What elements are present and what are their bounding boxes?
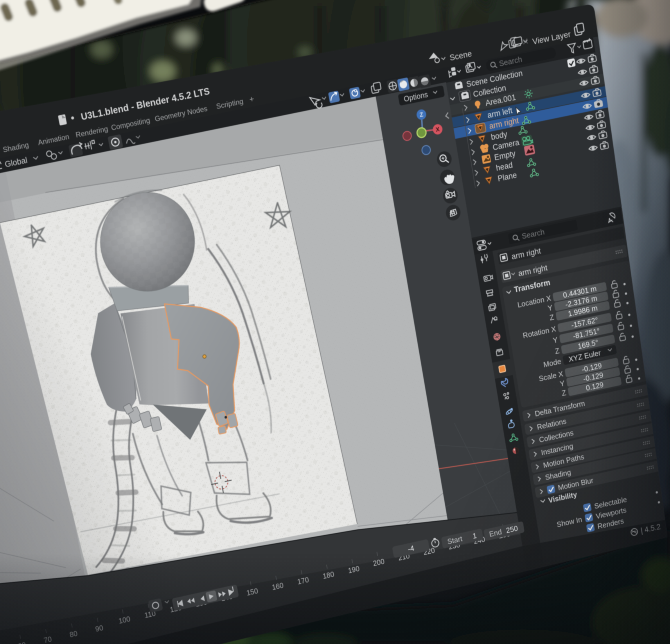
svg-text:70: 70 bbox=[43, 635, 52, 644]
svg-text:90: 90 bbox=[95, 624, 104, 633]
svg-text:80: 80 bbox=[69, 629, 78, 639]
